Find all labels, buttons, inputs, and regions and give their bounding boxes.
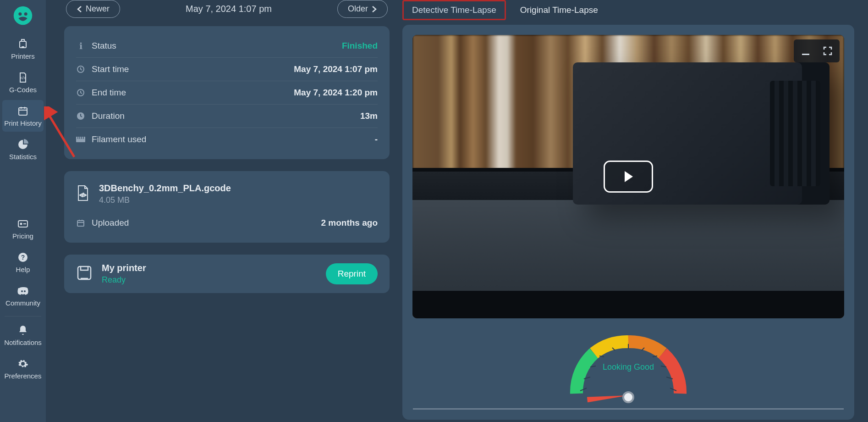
uploaded-label: Uploaded <box>92 218 129 228</box>
pager-date: May 7, 2024 1:07 pm <box>186 4 272 14</box>
older-label: Older <box>348 4 368 14</box>
nav-preferences[interactable]: Preferences <box>2 353 44 384</box>
nav-print-history[interactable]: Print History <box>2 100 44 132</box>
nav-label: Statistics <box>9 153 37 161</box>
end-label: End time <box>92 88 126 98</box>
svg-text:</>: </> <box>20 76 26 80</box>
failure-gauge: Looking Good <box>412 329 844 410</box>
nav-notifications[interactable]: Notifications <box>2 319 44 351</box>
clock-icon <box>76 88 85 97</box>
filament-value: - <box>375 134 378 144</box>
svg-point-11 <box>24 290 26 292</box>
timelapse-video[interactable] <box>412 35 844 318</box>
nav-gcodes[interactable]: </> G-Codes <box>2 67 44 98</box>
row-status: ℹStatus Finished <box>76 34 378 58</box>
tab-detective-timelapse[interactable]: Detective Time-Lapse <box>402 0 506 20</box>
chevron-right-icon <box>372 6 377 12</box>
print-info-card: ℹStatus Finished Start time May 7, 2024 … <box>64 26 390 159</box>
nav-community[interactable]: Community <box>2 280 44 311</box>
file-name: 3DBenchy_0.2mm_PLA.gcode <box>99 183 231 194</box>
gcode-file-card: </> 3DBenchy_0.2mm_PLA.gcode 4.05 MB Upl… <box>64 171 390 243</box>
gear-icon <box>17 358 28 369</box>
nav-label: Preferences <box>5 372 42 380</box>
nav-label: Notifications <box>4 339 42 346</box>
file-code-icon: </> <box>17 72 28 83</box>
pie-chart-icon <box>17 139 28 150</box>
row-filament: Filament used - <box>76 128 378 151</box>
printer-name: My printer <box>102 263 146 273</box>
file-icon: </> <box>76 185 90 203</box>
svg-rect-19 <box>78 267 91 279</box>
nav-label: Community <box>5 299 40 307</box>
nav-printers[interactable]: Printers <box>2 33 44 65</box>
nav-help[interactable]: ? Help <box>2 246 44 278</box>
svg-point-1 <box>18 12 22 16</box>
timelapse-tabs: Detective Time-Lapse Original Time-Lapse <box>402 0 854 25</box>
clock-icon <box>76 65 85 74</box>
bell-icon <box>17 325 28 336</box>
svg-rect-18 <box>77 221 84 226</box>
printer-icon <box>76 265 93 283</box>
duration-value: 13m <box>360 111 378 121</box>
newer-label: Newer <box>86 4 110 14</box>
row-duration: Duration 13m <box>76 105 378 128</box>
start-value: May 7, 2024 1:07 pm <box>294 64 378 74</box>
svg-point-10 <box>21 290 23 292</box>
fullscreen-button[interactable] <box>818 42 838 60</box>
svg-line-23 <box>599 356 604 357</box>
timeline-slider[interactable] <box>413 408 844 410</box>
ruler-icon <box>76 135 85 144</box>
download-icon <box>800 45 811 56</box>
reprint-button[interactable]: Reprint <box>326 263 378 284</box>
svg-rect-5 <box>19 108 27 115</box>
status-value: Finished <box>342 41 378 51</box>
nav-pricing[interactable]: Pricing <box>2 213 44 244</box>
nav-label: Print History <box>4 119 42 127</box>
uploaded-value: 2 months ago <box>321 218 378 228</box>
printer-state: Ready <box>102 275 146 285</box>
svg-point-0 <box>14 6 32 25</box>
fullscreen-icon <box>823 46 833 56</box>
download-button[interactable] <box>796 42 816 60</box>
info-icon: ℹ <box>76 41 85 50</box>
filament-label: Filament used <box>92 134 146 144</box>
svg-text:</>: </> <box>80 193 87 198</box>
older-button[interactable]: Older <box>337 0 388 18</box>
chevron-left-icon <box>77 6 82 12</box>
discord-icon <box>17 285 28 296</box>
nav-label: Pricing <box>12 232 33 240</box>
svg-point-7 <box>21 223 22 225</box>
tab-original-timelapse[interactable]: Original Time-Lapse <box>511 0 608 20</box>
calendar-icon <box>76 218 85 228</box>
row-end-time: End time May 7, 2024 1:20 pm <box>76 81 378 105</box>
nav-label: Help <box>16 266 30 273</box>
sidebar: Printers </> G-Codes Print History Stati… <box>0 0 46 422</box>
play-icon <box>622 170 635 183</box>
app-logo[interactable] <box>12 5 34 27</box>
end-value: May 7, 2024 1:20 pm <box>294 88 378 98</box>
nav-label: G-Codes <box>9 86 37 94</box>
pricing-icon <box>17 218 28 229</box>
video-toolbar <box>794 39 840 62</box>
svg-text:?: ? <box>21 254 25 261</box>
file-size: 4.05 MB <box>99 195 231 205</box>
play-button[interactable] <box>604 161 653 193</box>
gauge-label: Looking Good <box>562 362 695 372</box>
timelapse-panel: Looking Good <box>402 25 854 420</box>
print-pager: Newer May 7, 2024 1:07 pm Older <box>64 0 390 26</box>
start-label: Start time <box>92 64 129 74</box>
newer-button[interactable]: Newer <box>66 0 120 18</box>
row-uploaded: Uploaded 2 months ago <box>76 208 378 234</box>
nav-label: Printers <box>11 52 35 60</box>
help-icon: ? <box>17 252 28 263</box>
calendar-icon <box>17 106 28 117</box>
clock-solid-icon <box>76 111 85 121</box>
status-label: Status <box>92 41 116 51</box>
svg-point-2 <box>24 12 27 16</box>
printer-icon <box>17 39 28 50</box>
nav-statistics[interactable]: Statistics <box>2 133 44 165</box>
svg-line-27 <box>653 356 657 357</box>
svg-rect-16 <box>76 137 85 142</box>
row-start-time: Start time May 7, 2024 1:07 pm <box>76 58 378 81</box>
duration-label: Duration <box>92 111 125 121</box>
